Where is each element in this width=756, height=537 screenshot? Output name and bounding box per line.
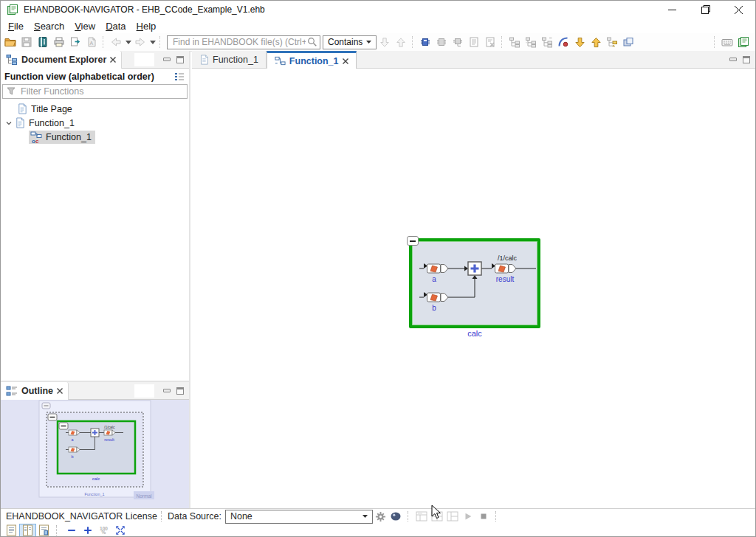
add-operator-block bbox=[468, 262, 481, 275]
stop-measurement-button[interactable] bbox=[476, 510, 492, 523]
export-pdf-button[interactable]: A bbox=[83, 34, 100, 50]
back-arrow-icon bbox=[110, 36, 122, 48]
minimize-panel-button[interactable] bbox=[163, 389, 171, 392]
find-input[interactable] bbox=[171, 36, 307, 48]
ehandbook-info-button[interactable] bbox=[735, 34, 752, 50]
expand-all-button[interactable] bbox=[588, 34, 604, 50]
printer-icon bbox=[53, 36, 65, 48]
forward-history-dropdown[interactable] bbox=[148, 34, 157, 50]
close-icon[interactable] bbox=[57, 388, 63, 394]
maximize-panel-button[interactable] bbox=[176, 56, 184, 63]
page-info-view-button[interactable] bbox=[36, 524, 52, 537]
copy-view-button[interactable] bbox=[620, 34, 636, 50]
gear-icon bbox=[375, 511, 386, 522]
single-page-view-button[interactable] bbox=[4, 524, 19, 537]
page-view-icon bbox=[5, 524, 18, 536]
window-minimize-button[interactable] bbox=[656, 1, 689, 18]
split-page-view-button[interactable] bbox=[20, 524, 35, 537]
tab-function-1-diagram[interactable]: Function_1 bbox=[267, 51, 357, 69]
tree-item-function-parent[interactable]: Function_1 bbox=[1, 116, 189, 130]
input-b-label: b bbox=[432, 304, 436, 312]
tree-expand-icon bbox=[509, 36, 520, 48]
selected-tree-item[interactable]: oc Function_1 bbox=[29, 131, 95, 144]
handbook-button[interactable] bbox=[35, 34, 51, 50]
yellow-arrow-up-icon bbox=[591, 37, 602, 48]
tab-label: Function_1 bbox=[213, 55, 258, 65]
ccode-function-icon: oc bbox=[30, 131, 42, 143]
expand-tree-button[interactable] bbox=[506, 34, 523, 50]
close-icon[interactable] bbox=[343, 58, 348, 64]
chevron-down-icon bbox=[362, 515, 368, 518]
expand-twisty-icon[interactable] bbox=[3, 119, 15, 127]
start-measurement-button[interactable] bbox=[461, 510, 476, 523]
next-match-button[interactable] bbox=[377, 34, 393, 50]
filter-field-container bbox=[2, 84, 188, 99]
calc-function-block[interactable]: a b result /1/calc calc bbox=[409, 238, 540, 328]
split-page-view-icon bbox=[21, 524, 34, 536]
back-button[interactable] bbox=[108, 34, 124, 50]
outline-tab-bar: Outline bbox=[1, 382, 189, 400]
layout-grid-3-icon bbox=[447, 511, 458, 522]
contains-dropdown[interactable]: Contains bbox=[323, 35, 377, 49]
close-document-button[interactable] bbox=[482, 34, 498, 50]
expand-branch-button[interactable] bbox=[523, 34, 539, 50]
menu-search[interactable]: Search bbox=[29, 20, 69, 32]
visualization-button[interactable] bbox=[388, 510, 404, 523]
page-icon bbox=[15, 117, 25, 128]
zoom-out-button[interactable] bbox=[63, 524, 79, 537]
link-with-editor-button[interactable] bbox=[555, 34, 571, 50]
tab-document-explorer[interactable]: Document Explorer bbox=[1, 51, 122, 69]
menu-data[interactable]: Data bbox=[100, 20, 131, 32]
measure-layout-1-button[interactable] bbox=[414, 510, 430, 523]
input-port-a bbox=[424, 263, 448, 273]
view-menu-button[interactable] bbox=[173, 71, 185, 83]
maximize-panel-button[interactable] bbox=[743, 56, 750, 63]
back-history-dropdown[interactable] bbox=[124, 34, 132, 50]
data-source-select[interactable]: None bbox=[225, 510, 373, 524]
statusbar-separator bbox=[408, 511, 410, 522]
tab-function-1-document[interactable]: Function_1 bbox=[192, 51, 267, 69]
tree-item-title-page[interactable]: Title Page bbox=[1, 102, 189, 116]
statusbar-separator bbox=[56, 525, 59, 536]
collapse-block-button[interactable] bbox=[407, 236, 419, 246]
export-button[interactable] bbox=[67, 34, 83, 50]
previous-match-button[interactable] bbox=[393, 34, 409, 50]
zoom-reset-button[interactable]: 100% bbox=[96, 524, 111, 537]
stop-icon bbox=[478, 511, 489, 522]
menu-view[interactable]: View bbox=[69, 20, 100, 32]
forward-button[interactable] bbox=[132, 34, 148, 50]
minimize-panel-button[interactable] bbox=[729, 58, 737, 61]
diagram-canvas[interactable]: a b result /1/calc calc bbox=[192, 69, 755, 508]
zoom-in-button[interactable] bbox=[80, 524, 95, 537]
show-module-button[interactable] bbox=[433, 34, 450, 50]
fit-to-screen-button[interactable] bbox=[112, 524, 128, 537]
maximize-panel-button[interactable] bbox=[176, 387, 184, 395]
menu-help[interactable]: Help bbox=[131, 20, 162, 32]
collapse-tree-button[interactable] bbox=[539, 34, 555, 50]
show-function-button[interactable] bbox=[417, 34, 433, 50]
print-button[interactable] bbox=[51, 34, 67, 50]
window-close-button[interactable] bbox=[722, 1, 755, 18]
title-bar: EHANDBOOK-NAVIGATOR - EHB_CCode_Example_… bbox=[1, 1, 755, 18]
mini-port-result bbox=[104, 430, 115, 435]
handbook-icon bbox=[37, 36, 49, 48]
tab-outline[interactable]: Outline bbox=[1, 382, 69, 400]
filter-functions-input[interactable] bbox=[19, 86, 183, 97]
window-restore-button[interactable] bbox=[689, 1, 722, 18]
open-file-button[interactable] bbox=[2, 34, 18, 50]
keyboard-shortcuts-button[interactable] bbox=[719, 34, 735, 50]
collapse-all-button[interactable] bbox=[571, 34, 588, 50]
show-submodule-button[interactable] bbox=[450, 34, 466, 50]
open-folder-icon bbox=[4, 36, 16, 48]
tree-item-function-child[interactable]: oc Function_1 bbox=[1, 130, 189, 144]
menu-file[interactable]: File bbox=[3, 20, 29, 32]
locate-in-tree-button[interactable] bbox=[604, 34, 620, 50]
measure-layout-3-button[interactable] bbox=[445, 510, 461, 523]
data-source-settings-button[interactable] bbox=[373, 510, 388, 523]
explorer-tree-icon bbox=[6, 54, 18, 66]
minimize-panel-button[interactable] bbox=[163, 58, 171, 61]
document-list-button[interactable] bbox=[466, 34, 482, 50]
close-icon[interactable] bbox=[110, 57, 116, 63]
outline-thumbnail-canvas[interactable]: /1/calc a b result calc Function_1 Norma… bbox=[1, 400, 189, 510]
save-button[interactable] bbox=[18, 34, 35, 50]
